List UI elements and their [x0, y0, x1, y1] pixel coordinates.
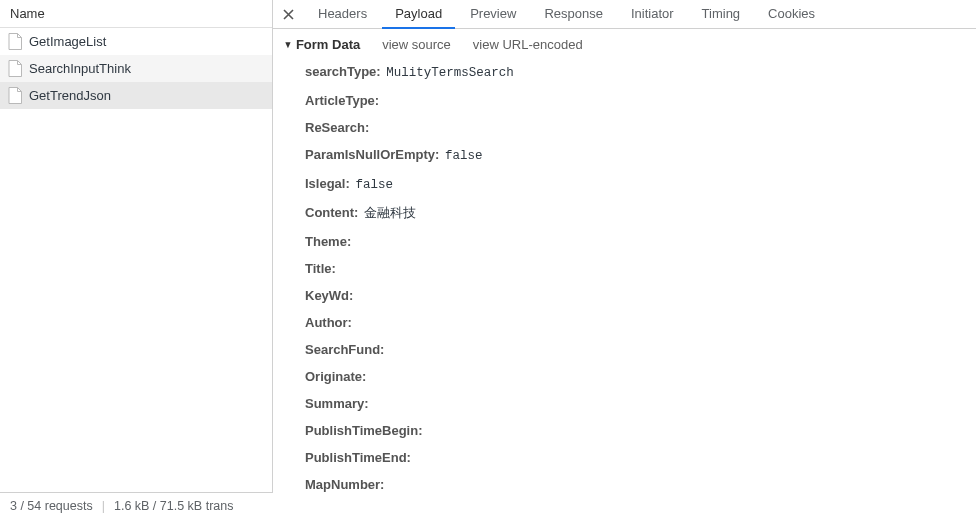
form-data-section-header[interactable]: ▼ Form Data view source view URL-encoded: [281, 37, 976, 52]
detail-tabs: Headers Payload Preview Response Initiat…: [273, 0, 976, 29]
form-value: false: [445, 149, 483, 163]
form-data-row: Author:: [281, 309, 976, 336]
status-requests: 3 / 54 requests: [10, 499, 93, 513]
view-url-encoded-link[interactable]: view URL-encoded: [473, 37, 583, 52]
request-name: GetImageList: [29, 34, 106, 49]
tab-response[interactable]: Response: [531, 0, 616, 29]
form-key: Theme:: [305, 234, 351, 249]
form-key: PublishTimeEnd:: [305, 450, 411, 465]
form-key: PublishTimeBegin:: [305, 423, 423, 438]
section-title: Form Data: [296, 37, 360, 52]
tab-payload[interactable]: Payload: [382, 0, 455, 29]
view-source-link[interactable]: view source: [382, 37, 451, 52]
form-data-row: Summary:: [281, 390, 976, 417]
form-key: SearchFund:: [305, 342, 384, 357]
name-column-header[interactable]: Name: [0, 0, 272, 28]
form-data-row: Islegal: false: [281, 170, 976, 199]
request-list: GetImageListSearchInputThinkGetTrendJson: [0, 28, 272, 492]
form-value: 金融科技: [364, 207, 416, 221]
form-data-row: searchType: MulityTermsSearch: [281, 58, 976, 87]
form-data-row: KeyWd:: [281, 282, 976, 309]
form-key: Islegal:: [305, 176, 350, 191]
tab-timing[interactable]: Timing: [689, 0, 754, 29]
request-row[interactable]: GetTrendJson: [0, 82, 272, 109]
file-icon: [8, 87, 22, 104]
form-data-row: ArticleType:: [281, 87, 976, 114]
file-icon: [8, 60, 22, 77]
request-details-panel: Headers Payload Preview Response Initiat…: [273, 0, 976, 492]
form-data-row: MapNumber:: [281, 471, 976, 492]
network-request-list: Name GetImageListSearchInputThinkGetTren…: [0, 0, 273, 492]
request-name: GetTrendJson: [29, 88, 111, 103]
form-data-row: ParamIsNullOrEmpty: false: [281, 141, 976, 170]
status-separator: |: [102, 499, 105, 513]
status-transfer: 1.6 kB / 71.5 kB trans: [114, 499, 234, 513]
file-icon: [8, 33, 22, 50]
form-value: false: [355, 178, 393, 192]
form-data-row: SearchFund:: [281, 336, 976, 363]
form-key: ParamIsNullOrEmpty:: [305, 147, 439, 162]
close-icon[interactable]: [279, 5, 297, 23]
tab-cookies[interactable]: Cookies: [755, 0, 828, 29]
form-data-row: ReSearch:: [281, 114, 976, 141]
form-data-row: Content: 金融科技: [281, 199, 976, 228]
form-key: Title:: [305, 261, 336, 276]
form-key: Author:: [305, 315, 352, 330]
form-key: Originate:: [305, 369, 366, 384]
form-data-row: Originate:: [281, 363, 976, 390]
form-key: ReSearch:: [305, 120, 369, 135]
status-bar: 3 / 54 requests | 1.6 kB / 71.5 kB trans: [0, 492, 273, 519]
form-data-row: PublishTimeBegin:: [281, 417, 976, 444]
form-key: Content:: [305, 205, 358, 220]
form-data-row: PublishTimeEnd:: [281, 444, 976, 471]
request-row[interactable]: SearchInputThink: [0, 55, 272, 82]
tab-initiator[interactable]: Initiator: [618, 0, 687, 29]
tab-preview[interactable]: Preview: [457, 0, 529, 29]
form-key: ArticleType:: [305, 93, 379, 108]
form-key: MapNumber:: [305, 477, 384, 492]
form-key: KeyWd:: [305, 288, 353, 303]
request-name: SearchInputThink: [29, 61, 131, 76]
form-value: MulityTermsSearch: [386, 66, 514, 80]
form-data-row: Theme:: [281, 228, 976, 255]
tab-headers[interactable]: Headers: [305, 0, 380, 29]
collapse-triangle-icon[interactable]: ▼: [283, 39, 292, 50]
payload-content: ▼ Form Data view source view URL-encoded…: [273, 29, 976, 492]
request-row[interactable]: GetImageList: [0, 28, 272, 55]
form-key: searchType:: [305, 64, 381, 79]
form-key: Summary:: [305, 396, 369, 411]
form-data-row: Title:: [281, 255, 976, 282]
